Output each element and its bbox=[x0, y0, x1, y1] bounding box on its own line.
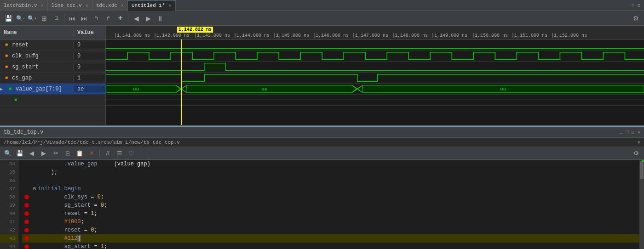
code-line-39: sg_start = 0; bbox=[22, 201, 639, 209]
tab-tdc-xdc[interactable]: tdc.xdc ✕ bbox=[92, 0, 128, 11]
tab-latch2bin-close[interactable]: ✕ bbox=[41, 3, 44, 8]
prev-button[interactable]: ◀ bbox=[131, 13, 142, 24]
bp-40[interactable] bbox=[22, 211, 31, 216]
editor-forward-button[interactable]: ▶ bbox=[39, 148, 49, 158]
question-icon[interactable]: ? bbox=[632, 3, 635, 8]
tab-line-tdc[interactable]: line_tdc.v ✕ bbox=[48, 0, 92, 11]
cs-gap-signal-value: 1 bbox=[73, 75, 105, 81]
clk-bufg-signal-value: 0 bbox=[73, 53, 105, 59]
editor-bookmark-button[interactable]: ♡ bbox=[126, 148, 137, 158]
editor-delete-button[interactable]: ✕ bbox=[86, 148, 97, 158]
tab-untitled1[interactable]: Untitled 1* ✕ bbox=[128, 0, 176, 11]
markers-button[interactable]: ⊡ bbox=[51, 13, 62, 24]
editor-search-button[interactable]: 🔍 bbox=[3, 148, 13, 158]
editor-save-button[interactable]: 💾 bbox=[15, 148, 25, 158]
bp-38[interactable] bbox=[22, 195, 31, 199]
svg-marker-1 bbox=[106, 85, 180, 92]
clk-bufg-signal-name: clk_bufg bbox=[12, 53, 73, 59]
tab-tdc-xdc-close[interactable]: ✕ bbox=[121, 3, 124, 8]
settings-icon[interactable]: ⚙ bbox=[637, 2, 640, 8]
line-num-39: 39 bbox=[0, 201, 18, 209]
minimize-icon[interactable]: _ bbox=[620, 129, 623, 135]
zoom-in-button[interactable]: 🔍+ bbox=[27, 13, 38, 24]
line-num-35: 35 bbox=[0, 168, 18, 176]
editor-scrollbar[interactable] bbox=[639, 160, 644, 249]
tab-right-icons: ? ⚙ bbox=[628, 2, 644, 8]
line-num-34: 34 bbox=[0, 160, 18, 168]
filepath-close[interactable]: ✕ bbox=[637, 139, 640, 145]
tab-tdc-xdc-label: tdc.xdc bbox=[96, 3, 117, 8]
signal-row-clk-bufg[interactable]: ■ clk_bufg 0 bbox=[0, 51, 105, 62]
time-marker-1141: |1,141.000 ns bbox=[114, 33, 150, 38]
tab-bar: latch2bin.v ✕ line_tdc.v ✕ tdc.xdc ✕ Unt… bbox=[0, 0, 644, 11]
editor-cut-button[interactable]: ✂ bbox=[51, 148, 61, 158]
next-button[interactable]: ▶ bbox=[143, 13, 154, 24]
cs-gap-signal-name: cs_gap bbox=[12, 75, 73, 81]
signal-header: Name Value bbox=[0, 26, 105, 40]
go-end-button[interactable]: ⏭ bbox=[79, 13, 90, 24]
svg-rect-0 bbox=[204, 63, 225, 70]
scrollbar-thumb[interactable] bbox=[640, 161, 644, 179]
editor-indent-button[interactable]: ☰ bbox=[115, 148, 125, 158]
cross-button[interactable]: ✚ bbox=[115, 13, 126, 24]
bp-39[interactable] bbox=[22, 203, 31, 208]
reset-signal-value: 0 bbox=[73, 42, 105, 48]
tab-line-tdc-close[interactable]: ✕ bbox=[86, 3, 88, 8]
tab-latch2bin[interactable]: latch2bin.v ✕ bbox=[0, 0, 48, 11]
time-marker-1143: |1,143.000 ns bbox=[194, 33, 230, 38]
expand-arrow-value-gap[interactable]: ▶ bbox=[0, 86, 3, 92]
code-text-40: reset = 1; bbox=[38, 210, 639, 217]
zoom-out-button[interactable]: 🔍- bbox=[15, 13, 26, 24]
bp-41[interactable] bbox=[22, 220, 31, 224]
editor-window-controls: _ □ ⊡ ✕ bbox=[620, 129, 640, 135]
editor-copy-button[interactable]: ⎘ bbox=[63, 148, 73, 158]
signal-row-value-gap[interactable]: ▶ ■ value_gap[7:0] ae bbox=[0, 84, 105, 95]
wave-row-sg-start bbox=[106, 62, 644, 73]
tab-untitled1-close[interactable]: ✕ bbox=[169, 3, 172, 8]
code-line-38: clk_sys = 0; bbox=[22, 193, 639, 201]
waveform-settings-button[interactable]: ⚙ bbox=[630, 13, 641, 24]
close-icon[interactable]: ✕ bbox=[637, 129, 640, 135]
value-gap-sub-icon: ■ bbox=[12, 96, 19, 104]
maximize-icon[interactable]: □ bbox=[626, 129, 629, 135]
cursor-time-label: 1,142.822 ns bbox=[177, 27, 213, 33]
editor-paste-button[interactable]: 📋 bbox=[75, 148, 85, 158]
bp-44[interactable] bbox=[22, 244, 31, 249]
stop-button[interactable]: ⏸ bbox=[155, 13, 166, 24]
bp-43[interactable] bbox=[22, 236, 31, 241]
signal-names-panel: Name Value ■ reset 0 ■ clk_bufg 0 ■ sg_s… bbox=[0, 26, 106, 125]
reset-signal-name: reset bbox=[12, 42, 73, 48]
signal-row-sg-start[interactable]: ■ sg_start 0 bbox=[0, 62, 105, 73]
editor-comment-button[interactable]: // bbox=[103, 148, 113, 158]
code-text-42: reset = 0; bbox=[38, 227, 639, 233]
editor-body: 34 35 36 37 38 39 40 41 42 43 44 45 46 4… bbox=[0, 160, 644, 249]
sg-start-signal-icon: ■ bbox=[3, 63, 10, 71]
save-button[interactable]: 💾 bbox=[3, 13, 14, 24]
prev-edge-button[interactable]: ↰ bbox=[91, 13, 102, 24]
waveform-display[interactable]: 1,142.822 ns |1,141.000 ns |1,142.000 ns… bbox=[106, 26, 644, 125]
zoom-fit-button[interactable]: ⊞ bbox=[39, 13, 50, 24]
expand-icon[interactable]: ⊡ bbox=[632, 129, 635, 135]
time-marker-1145: |1,145.000 ns bbox=[273, 33, 309, 38]
code-area[interactable]: .value_gap (value_gap) ); ⊟ initial begi… bbox=[18, 160, 639, 249]
tab-line-tdc-label: line_tdc.v bbox=[52, 3, 82, 8]
time-marker-1147: |1,147.000 ns bbox=[352, 33, 388, 38]
value-column-header: Value bbox=[73, 29, 105, 36]
next-edge-button[interactable]: ↱ bbox=[103, 13, 114, 24]
wave-row-reset bbox=[106, 40, 644, 51]
editor-back-button[interactable]: ◀ bbox=[27, 148, 37, 158]
go-start-button[interactable]: ⏮ bbox=[67, 13, 78, 24]
editor-title: tb_tdc_top.v bbox=[4, 129, 620, 136]
code-text-39: sg_start = 0; bbox=[38, 202, 639, 209]
signal-row-reset[interactable]: ■ reset 0 bbox=[0, 40, 105, 51]
bp-42[interactable] bbox=[22, 228, 31, 232]
code-text-38: clk_sys = 0; bbox=[38, 194, 639, 200]
line-num-43: 43 bbox=[0, 234, 18, 243]
time-marker-1142: |1,142.000 ns bbox=[154, 33, 190, 38]
line-num-44: 44 bbox=[0, 243, 18, 249]
editor-settings-button[interactable]: ⚙ bbox=[631, 148, 641, 158]
wave-row-cs-gap bbox=[106, 73, 644, 84]
signal-row-cs-gap[interactable]: ■ cs_gap 1 bbox=[0, 73, 105, 84]
line-num-36: 36 bbox=[0, 176, 18, 185]
signal-row-value-gap-sub[interactable]: ■ bbox=[0, 95, 105, 106]
